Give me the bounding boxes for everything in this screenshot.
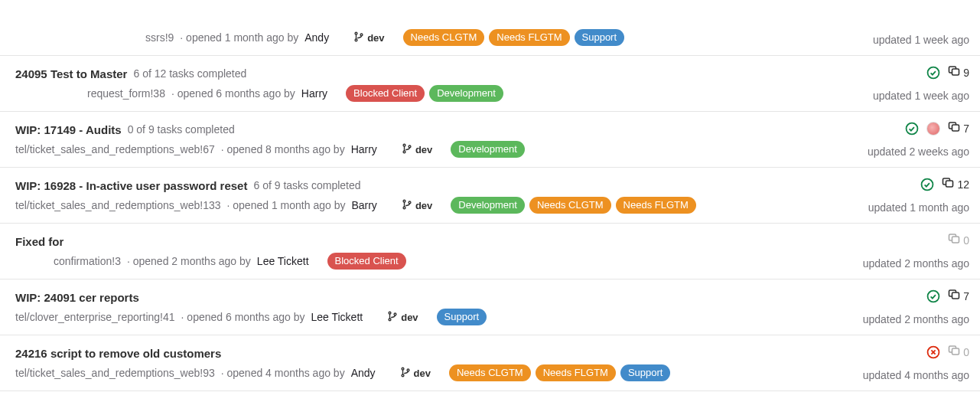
updated-at: updated 2 weeks ago	[868, 145, 969, 158]
svg-point-21	[389, 318, 391, 320]
mr-reference[interactable]: tel/ticket_sales_and_redemptions_web!93	[15, 367, 215, 379]
pipeline-passed-icon[interactable]	[926, 289, 940, 303]
merge-request-row[interactable]: 24095 Test to Master6 of 12 tasks comple…	[0, 56, 980, 112]
comments-number: 7	[963, 123, 969, 135]
opened-meta: · opened 6 months ago by	[181, 311, 305, 323]
merge-request-row[interactable]: ssrs!9 · opened 1 month ago by AndydevNe…	[0, 0, 980, 56]
mr-reference[interactable]: ssrs!9	[145, 31, 174, 44]
svg-point-6	[403, 144, 405, 146]
mr-reference[interactable]: tel/ticket_sales_and_redemptions_web!67	[15, 143, 215, 155]
target-branch[interactable]: dev	[400, 367, 431, 380]
branch-icon	[353, 31, 364, 44]
svg-point-20	[389, 312, 391, 314]
svg-rect-31	[952, 348, 959, 355]
mr-reference[interactable]: tel/ticket_sales_and_redemptions_web!133	[15, 199, 221, 211]
labels-container: Blocked ClientDevelopment	[346, 85, 503, 102]
merge-request-row[interactable]: WIP: 24091 cer reportstel/clover_enterpr…	[0, 279, 980, 335]
branch-name: dev	[401, 312, 418, 323]
mr-title[interactable]: 24216 script to remove old customers	[15, 347, 221, 360]
author-link[interactable]: Andy	[351, 367, 376, 379]
label-badge[interactable]: Needs FLGTM	[616, 197, 696, 214]
author-link[interactable]: Andy	[304, 31, 329, 44]
opened-meta: · opened 1 month ago by	[180, 31, 298, 44]
mr-title[interactable]: WIP: 24091 cer reports	[15, 291, 139, 304]
merge-request-row[interactable]: Fixed forconfirmation!3 · opened 2 month…	[0, 224, 980, 279]
target-branch[interactable]: dev	[353, 31, 384, 44]
labels-container: Needs CLGTMNeeds FLGTMSupport	[403, 29, 625, 46]
label-badge[interactable]: Support	[575, 29, 625, 46]
author-link[interactable]: Harry	[301, 87, 327, 100]
author-link[interactable]: Barry	[351, 199, 376, 211]
merge-request-row[interactable]: WIP: 16928 - In-active user password res…	[0, 168, 980, 224]
label-badge[interactable]: Development	[451, 141, 525, 158]
svg-point-2	[360, 33, 363, 35]
opened-meta: · opened 4 months ago by	[221, 367, 345, 379]
opened-meta: · opened 2 months ago by	[127, 255, 251, 267]
mr-reference[interactable]: request_form!38	[87, 87, 165, 100]
label-badge[interactable]: Development	[451, 197, 525, 214]
author-link[interactable]: Harry	[351, 143, 377, 155]
labels-container: DevelopmentNeeds CLGTMNeeds FLGTM	[451, 197, 696, 214]
mr-reference[interactable]: confirmation!3	[54, 255, 121, 267]
comments-count[interactable]: 7	[948, 121, 969, 136]
label-badge[interactable]: Blocked Client	[346, 85, 425, 102]
pipeline-passed-icon[interactable]	[905, 122, 919, 136]
mr-title[interactable]: WIP: 17149 - Audits	[15, 123, 122, 136]
comments-icon	[948, 233, 960, 247]
comments-count[interactable]: 0	[948, 345, 969, 359]
merge-request-row[interactable]: WIP: 17149 - Audits0 of 9 tasks complete…	[0, 112, 980, 168]
comments-number: 7	[963, 290, 969, 302]
branch-name: dev	[415, 200, 432, 211]
mr-title[interactable]: WIP: 16928 - In-active user password res…	[15, 179, 247, 192]
label-badge[interactable]: Support	[620, 364, 671, 381]
updated-at: updated 4 months ago	[863, 369, 969, 381]
comments-icon	[948, 121, 960, 136]
label-badge[interactable]: Needs CLGTM	[449, 364, 531, 381]
comments-count[interactable]: 7	[948, 289, 969, 303]
merge-request-list: ssrs!9 · opened 1 month ago by AndydevNe…	[0, 0, 980, 391]
opened-meta: · opened 1 month ago by	[227, 199, 346, 211]
svg-point-1	[355, 38, 357, 41]
branch-icon	[402, 143, 412, 156]
label-badge[interactable]: Needs CLGTM	[403, 29, 485, 46]
label-badge[interactable]: Support	[437, 309, 487, 325]
merge-request-row[interactable]: 24216 script to remove old customerstel/…	[0, 335, 980, 391]
pipeline-passed-icon[interactable]	[920, 178, 934, 191]
author-link[interactable]: Lee Tickett	[257, 255, 309, 267]
svg-rect-17	[946, 181, 953, 187]
mr-title[interactable]: 24095 Test to Master	[15, 67, 127, 80]
pipeline-failed-icon[interactable]	[926, 345, 940, 359]
label-badge[interactable]: Development	[429, 85, 503, 102]
label-badge[interactable]: Needs CLGTM	[529, 197, 611, 214]
svg-point-14	[409, 201, 411, 203]
target-branch[interactable]: dev	[402, 199, 432, 212]
svg-point-7	[403, 150, 405, 152]
mr-reference[interactable]: tel/clover_enterprise_reporting!41	[15, 311, 175, 323]
target-branch[interactable]: dev	[402, 143, 432, 156]
comments-count[interactable]: 0	[948, 233, 969, 247]
label-badge[interactable]: Needs FLGTM	[536, 364, 616, 381]
comments-number: 0	[963, 234, 969, 247]
branch-icon	[402, 199, 412, 212]
comments-count[interactable]: 12	[942, 177, 969, 191]
label-badge[interactable]: Blocked Client	[327, 253, 406, 270]
svg-point-27	[402, 374, 404, 376]
assignee-avatar[interactable]	[926, 122, 940, 136]
updated-at: updated 2 months ago	[863, 257, 969, 270]
labels-container: Support	[437, 309, 487, 325]
comments-icon	[948, 345, 960, 359]
mr-title[interactable]: Fixed for	[15, 235, 63, 248]
comments-number: 9	[963, 67, 969, 79]
label-badge[interactable]: Needs FLGTM	[489, 29, 569, 46]
labels-container: Needs CLGTMNeeds FLGTMSupport	[449, 364, 671, 381]
author-link[interactable]: Lee Tickett	[311, 311, 363, 323]
svg-rect-19	[952, 237, 959, 243]
labels-container: Blocked Client	[327, 253, 406, 270]
comments-number: 0	[963, 346, 969, 358]
comments-icon	[942, 177, 954, 191]
comments-count[interactable]: 9	[948, 65, 969, 80]
target-branch[interactable]: dev	[387, 311, 418, 324]
branch-icon	[400, 367, 411, 380]
svg-rect-25	[952, 293, 959, 299]
pipeline-passed-icon[interactable]	[926, 66, 940, 80]
